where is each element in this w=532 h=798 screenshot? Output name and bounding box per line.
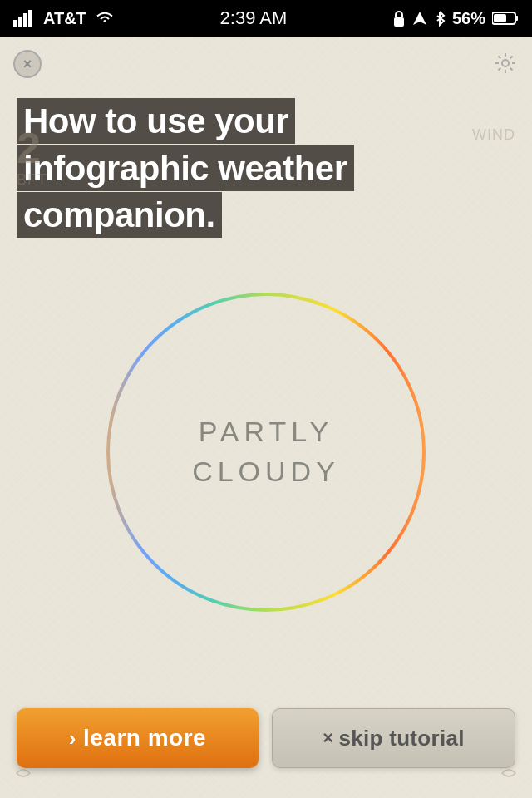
skip-tutorial-label: skip tutorial <box>338 726 464 751</box>
settings-button[interactable] <box>490 48 520 78</box>
weather-line1: PARTLY <box>192 412 340 452</box>
title-line2: infographic weather <box>17 145 354 191</box>
learn-more-icon: › <box>69 726 76 751</box>
corner-right-icon <box>500 765 517 786</box>
bluetooth-icon <box>434 10 446 27</box>
gear-icon <box>494 52 517 75</box>
bg-wind-label: WIND <box>472 126 515 144</box>
svg-rect-4 <box>394 17 404 27</box>
wifi-icon <box>95 11 115 26</box>
signal-icon <box>13 10 35 27</box>
lock-icon <box>392 10 406 27</box>
location-icon <box>412 11 427 26</box>
skip-icon: × <box>323 727 333 749</box>
carrier-label: AT&T <box>43 9 86 28</box>
skip-tutorial-button[interactable]: × skip tutorial <box>272 708 515 768</box>
title-block: How to use your infographic weather comp… <box>17 100 354 238</box>
learn-more-button[interactable]: › learn more <box>17 708 259 768</box>
svg-point-9 <box>502 60 509 66</box>
bg-sub-label: BFT <box>17 171 47 189</box>
bottom-buttons: › learn more × skip tutorial <box>17 708 515 768</box>
status-left: AT&T <box>13 9 115 28</box>
svg-marker-5 <box>413 12 426 25</box>
battery-label: 56% <box>452 9 485 28</box>
svg-rect-8 <box>494 14 506 22</box>
status-bar: AT&T 2:39 AM 56% <box>0 0 532 37</box>
svg-rect-2 <box>23 13 27 27</box>
title-line3: companion. <box>17 192 222 238</box>
svg-rect-3 <box>28 10 32 27</box>
close-icon: × <box>23 56 32 73</box>
svg-rect-1 <box>18 17 22 27</box>
weather-ring: PARTLY CLOUDY <box>91 278 441 627</box>
status-time: 2:39 AM <box>220 7 288 29</box>
weather-line2: CLOUDY <box>192 452 340 492</box>
main-content: × 2 BFT WIND How to use your infographic… <box>0 37 532 798</box>
learn-more-label: learn more <box>83 725 206 751</box>
title-line1: How to use your <box>17 98 295 144</box>
bg-number-label: 2 <box>17 126 41 170</box>
corner-left-icon <box>15 765 32 786</box>
close-button[interactable]: × <box>13 50 42 78</box>
battery-icon <box>492 11 519 26</box>
weather-condition-text: PARTLY CLOUDY <box>192 412 340 491</box>
status-right: 56% <box>392 9 519 28</box>
svg-rect-0 <box>13 20 17 27</box>
svg-rect-7 <box>515 16 518 21</box>
